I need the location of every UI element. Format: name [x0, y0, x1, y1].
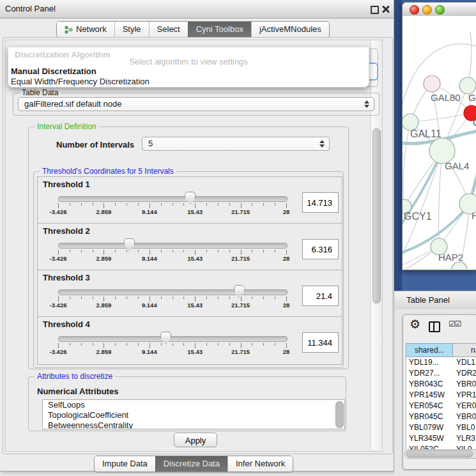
table-row[interactable]: YBR043CYBR0	[406, 379, 476, 390]
attribute-table: shared... na YDL19...YDL1YDR27...YDR2YBR…	[406, 343, 476, 455]
float-icon[interactable]	[371, 6, 379, 14]
dropdown-option-manual[interactable]: Manual Discretization	[10, 66, 367, 76]
table-cell[interactable]: YBL079W	[406, 422, 454, 433]
slider-thumb[interactable]	[185, 192, 196, 204]
table-panel-titlebar: Table Panel	[394, 291, 476, 311]
table-row[interactable]: YER054CYER0	[406, 401, 476, 411]
node-gal80[interactable]	[424, 75, 440, 92]
tab-label: Style	[123, 22, 141, 37]
table-cell[interactable]: YDR27...	[406, 368, 454, 379]
attributes-group-title: Attributes to discretize	[35, 372, 115, 381]
table-cell[interactable]: YDL1	[454, 357, 476, 368]
table-cell[interactable]: YBL0	[454, 422, 476, 433]
slider-thumb[interactable]	[160, 332, 171, 344]
control-panel-titlebar: Control Panel	[0, 0, 394, 19]
dropdown-prompt: Select algorithm to view settings	[8, 57, 369, 66]
table-cell[interactable]: YER0	[454, 401, 476, 411]
numerical-attributes-list[interactable]: SelfLoopsTopologicalCoefficientBetweenne…	[42, 399, 345, 429]
slider-track[interactable]	[58, 196, 288, 202]
network-window-titlebar	[403, 3, 476, 17]
network-view-window: GAL80 GA C GAL11 GAL4 GCY1 H HAP2	[402, 2, 476, 270]
node-label-hap2: HAP2	[438, 252, 463, 263]
table-cell[interactable]: YBR0	[454, 411, 476, 422]
threshold-value-input[interactable]	[302, 286, 339, 306]
num-intervals-combobox[interactable]: 5	[142, 137, 330, 151]
horizontal-scrollbar-thumb[interactable]	[406, 450, 473, 457]
table-row[interactable]: YBR045CYBR0	[406, 411, 476, 422]
dropdown-option-equal-width[interactable]: Equal Width/Frequency Discretization	[10, 77, 367, 86]
table-row[interactable]: YLR345WYLR3	[406, 433, 476, 444]
threshold-panel-4: Threshold 4 -3.4262.8599.14415.4321.7152…	[37, 316, 342, 365]
node-bottom-partial[interactable]	[452, 262, 467, 269]
control-panel-window: Control Panel Network Style Select Cyni …	[0, 0, 394, 472]
zoom-traffic-light-icon[interactable]	[435, 5, 445, 15]
interval-definition-title: Interval Definition	[35, 122, 99, 132]
node-label-gcy1: GCY1	[404, 211, 432, 222]
table-cell[interactable]: YBR0	[454, 379, 476, 390]
table-cell[interactable]: YBR043C	[406, 379, 454, 390]
slider-thumb[interactable]	[124, 238, 135, 251]
table-cell[interactable]: YLR345W	[406, 433, 454, 444]
table-cell[interactable]: YPR145W	[406, 390, 454, 401]
attribute-list-item[interactable]: BetweennessCentrality	[43, 420, 344, 429]
table-cell[interactable]: YDL19...	[406, 357, 454, 368]
threshold-value-input[interactable]	[302, 192, 339, 213]
node-gal4[interactable]	[429, 138, 455, 164]
tick-label: -3.426	[50, 208, 67, 215]
tab-discretize-data[interactable]: Discretize Data	[155, 456, 227, 472]
tab-cyni-toolbox[interactable]: Cyni Toolbox	[188, 22, 251, 37]
table-cell[interactable]: YDR2	[454, 368, 476, 379]
tab-impute-data[interactable]: Impute Data	[95, 456, 155, 472]
minimize-traffic-light-icon[interactable]	[422, 5, 432, 15]
list-scrollbar-thumb[interactable]	[335, 401, 344, 428]
table-cell[interactable]: YBR045C	[406, 411, 454, 422]
slider-thumb[interactable]	[234, 285, 245, 298]
network-canvas[interactable]: GAL80 GA C GAL11 GAL4 GCY1 H HAP2	[403, 16, 476, 269]
table-row[interactable]: YDR27...YDR2	[406, 368, 476, 379]
table-row[interactable]: YDL19...YDL1	[406, 357, 476, 368]
tab-network[interactable]: Network	[57, 22, 114, 37]
tab-jactivemnodules[interactable]: jActiveMNodules	[251, 22, 329, 37]
node-label-partial-c: C	[473, 117, 476, 128]
threshold-value-input[interactable]	[302, 332, 339, 353]
table-row[interactable]: YPR145WYPR1	[406, 390, 476, 401]
slider-track[interactable]	[58, 336, 288, 342]
tick-label: 9.144	[142, 348, 157, 355]
gear-icon[interactable]: ⚙	[410, 317, 420, 331]
table-data-group-title: Table Data	[19, 88, 61, 98]
tab-label: Cyni Toolbox	[196, 22, 243, 37]
slider-track[interactable]	[58, 243, 288, 249]
threshold-panel-3: Threshold 3 -3.4262.8599.14415.4321.7152…	[37, 270, 342, 318]
slider-ticks	[58, 203, 286, 208]
apply-button[interactable]: Apply	[174, 433, 217, 447]
vertical-scrollbar-thumb[interactable]	[372, 128, 381, 303]
close-icon[interactable]	[382, 5, 390, 13]
table-cell[interactable]: YER054C	[406, 401, 454, 411]
tick-label: 9.144	[142, 255, 157, 262]
tab-select[interactable]: Select	[149, 22, 188, 37]
num-intervals-label: Number of Intervals	[56, 140, 134, 150]
table-row[interactable]: YBL079WYBL0	[406, 422, 476, 433]
horizontal-scrollbar[interactable]	[404, 449, 476, 459]
threshold-value-input[interactable]	[302, 239, 339, 259]
algorithm-combobox[interactable]	[368, 63, 378, 81]
combobox-stepper-icon	[319, 140, 325, 148]
tab-infer-network[interactable]: Infer Network	[227, 456, 293, 472]
table-cell[interactable]: YPR1	[454, 390, 476, 401]
checkbox-icons[interactable]: ☑☑	[449, 319, 461, 328]
close-traffic-light-icon[interactable]	[410, 5, 419, 15]
attribute-list-item[interactable]: SelfLoops	[43, 400, 344, 410]
tick-label: 9.144	[142, 208, 157, 215]
slider-track[interactable]	[58, 289, 288, 295]
node-label-partial-h: H	[472, 210, 476, 221]
column-header-shared[interactable]: shared...	[406, 343, 453, 357]
split-columns-icon[interactable]	[429, 321, 440, 332]
network-graph: GAL80 GA C GAL11 GAL4 GCY1 H HAP2	[403, 16, 476, 269]
tab-style[interactable]: Style	[114, 22, 149, 37]
tab-label: Infer Network	[236, 456, 285, 472]
table-data-combobox[interactable]: galFiltered.sif default node	[18, 97, 374, 111]
table-cell[interactable]: YLR3	[454, 433, 476, 444]
column-header-name[interactable]: na	[453, 343, 476, 357]
attribute-list-item[interactable]: TopologicalCoefficient	[43, 410, 344, 420]
num-intervals-value: 5	[148, 139, 153, 148]
